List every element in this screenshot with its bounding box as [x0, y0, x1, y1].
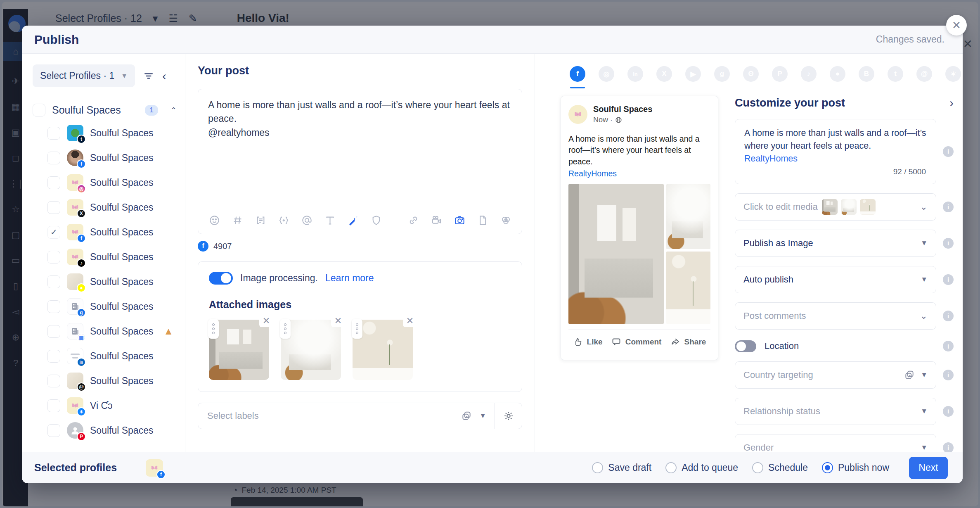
gender-select[interactable]: Gender ▼ [735, 434, 936, 452]
info-icon[interactable]: i [943, 146, 954, 157]
network-tab-instagram[interactable]: ◎ [599, 66, 614, 88]
network-tab-x[interactable]: X [656, 66, 672, 88]
media-library-icon[interactable] [499, 214, 512, 226]
profile-checkbox[interactable] [47, 325, 60, 338]
profile-row[interactable]: ▦Soulful Spaces▲ [33, 319, 177, 344]
publish-option-schedule[interactable]: Schedule [752, 462, 808, 473]
profile-checkbox[interactable] [47, 350, 60, 363]
publish-option-add-to-queue[interactable]: Add to queue [665, 462, 738, 473]
collapse-panel-button[interactable]: ‹ [162, 69, 166, 83]
attached-image[interactable]: ✕ [209, 320, 269, 380]
profile-checkbox[interactable]: ✓ [47, 226, 60, 239]
relationship-status-select[interactable]: Relationship status ▼ [735, 398, 936, 425]
profile-checkbox[interactable] [47, 275, 60, 288]
chevron-up-icon[interactable]: ⌃ [170, 106, 177, 115]
drag-handle-icon[interactable] [208, 319, 219, 339]
profile-checkbox[interactable] [47, 424, 60, 437]
auto-publish-select[interactable]: Auto publish ▼ [735, 266, 936, 293]
network-tab-linkedin[interactable]: in [627, 66, 643, 88]
group-checkbox[interactable] [33, 104, 45, 116]
profile-row[interactable]: ◎Soulful Spaces [33, 170, 177, 195]
remove-image-button[interactable]: ✕ [331, 315, 345, 327]
info-icon[interactable]: i [943, 406, 954, 417]
network-tab-facebook[interactable]: f [570, 66, 585, 88]
customize-link[interactable]: RealtyHomes [744, 154, 798, 164]
profile-checkbox[interactable] [47, 251, 60, 263]
warning-icon[interactable]: ▲ [163, 325, 173, 337]
profile-checkbox[interactable] [47, 152, 60, 164]
network-tab-tumblr[interactable]: t [888, 66, 903, 88]
comment-button[interactable]: Comment [611, 337, 662, 347]
edit-media-field[interactable]: Click to edit media ⌄ [735, 193, 936, 221]
profile-row[interactable]: ♪Soulful Spaces [33, 245, 177, 269]
network-tab-bluesky[interactable]: ✶ [945, 66, 961, 88]
location-toggle[interactable] [735, 340, 756, 352]
profile-checkbox[interactable] [47, 127, 60, 140]
network-tab-google-business[interactable]: g [714, 66, 730, 88]
link-icon[interactable] [407, 214, 419, 226]
emoji-icon[interactable] [208, 214, 220, 226]
document-icon[interactable] [476, 214, 489, 226]
profile-row[interactable]: ✶Vi Ƈɔ [33, 393, 177, 418]
ai-assistant-icon[interactable] [347, 214, 359, 226]
network-tab-pinterest[interactable]: P [772, 66, 788, 88]
info-icon[interactable]: i [943, 202, 954, 212]
network-tab-reddit[interactable]: ʘ [743, 66, 759, 88]
drag-handle-icon[interactable] [352, 319, 362, 339]
labels-settings-button[interactable] [495, 403, 522, 429]
network-tab-tiktok[interactable]: ♪ [801, 66, 817, 88]
profile-row[interactable]: fSoulful Spaces [33, 145, 177, 170]
customize-text-field[interactable]: A home is more than just walls and a roo… [735, 119, 936, 184]
share-button[interactable]: Share [670, 337, 706, 347]
attached-image[interactable]: ✕ [281, 320, 341, 380]
profile-checkbox[interactable] [47, 399, 60, 412]
country-targeting-select[interactable]: Country targeting ▼ [735, 361, 936, 389]
post-comments-select[interactable]: Post comments ⌄ [735, 302, 936, 330]
photo-icon[interactable] [453, 214, 466, 226]
drag-handle-icon[interactable] [280, 319, 291, 339]
network-tab-snapchat[interactable]: ● [830, 66, 845, 88]
attached-image[interactable]: ✕ [353, 320, 413, 380]
preview-link[interactable]: RealtyHomes [568, 168, 710, 179]
remove-image-button[interactable]: ✕ [259, 315, 273, 327]
profile-row[interactable]: XSoulful Spaces [33, 195, 177, 220]
info-icon[interactable]: i [943, 370, 954, 380]
image-processing-toggle[interactable] [209, 272, 233, 285]
profile-row[interactable]: ●Soulful Spaces [33, 269, 177, 294]
profile-checkbox[interactable] [47, 300, 60, 313]
network-tab-youtube[interactable]: ▶ [685, 66, 701, 88]
network-tab-blogger[interactable]: B [859, 66, 874, 88]
hashtag-icon[interactable] [231, 214, 244, 226]
info-icon[interactable]: i [943, 442, 954, 452]
next-button[interactable]: Next [909, 457, 948, 479]
profile-row[interactable]: tSoulful Spaces [33, 121, 177, 145]
select-labels-field[interactable]: Select labels ▼ [198, 403, 522, 429]
publish-option-save-draft[interactable]: Save draft [592, 462, 651, 473]
filter-profiles-button[interactable] [143, 71, 154, 81]
caret-down-icon[interactable]: ▼ [479, 412, 486, 420]
publish-as-select[interactable]: Publish as Image ▼ [735, 230, 936, 257]
like-button[interactable]: Like [573, 337, 603, 347]
info-icon[interactable]: i [943, 311, 954, 321]
select-profiles-dropdown[interactable]: Select Profiles · 1 ▼ [33, 64, 135, 87]
profile-checkbox[interactable] [47, 201, 60, 214]
info-icon[interactable]: i [943, 274, 954, 285]
snippet-icon[interactable] [254, 214, 267, 226]
learn-more-link[interactable]: Learn more [325, 273, 374, 284]
profile-checkbox[interactable] [47, 375, 60, 387]
profile-row[interactable]: @Soulful Spaces [33, 368, 177, 393]
mention-icon[interactable] [301, 214, 313, 226]
video-icon[interactable] [430, 214, 443, 226]
profile-checkbox[interactable] [47, 176, 60, 189]
shield-icon[interactable] [370, 214, 382, 226]
text-format-icon[interactable] [324, 214, 336, 226]
variable-icon[interactable] [277, 214, 290, 226]
info-icon[interactable]: i [943, 238, 954, 249]
profile-row[interactable]: PSoulful Spaces [33, 418, 177, 443]
profile-row[interactable]: inSoulful Spaces [33, 344, 177, 368]
chevron-right-icon[interactable]: › [949, 96, 954, 110]
profile-row[interactable]: ✓fSoulful Spaces [33, 220, 177, 245]
profile-row[interactable]: gSoulful Spaces [33, 294, 177, 319]
post-text-input[interactable]: A home is more than just walls and a roo… [198, 89, 522, 208]
network-tab-threads[interactable]: @ [916, 66, 932, 88]
